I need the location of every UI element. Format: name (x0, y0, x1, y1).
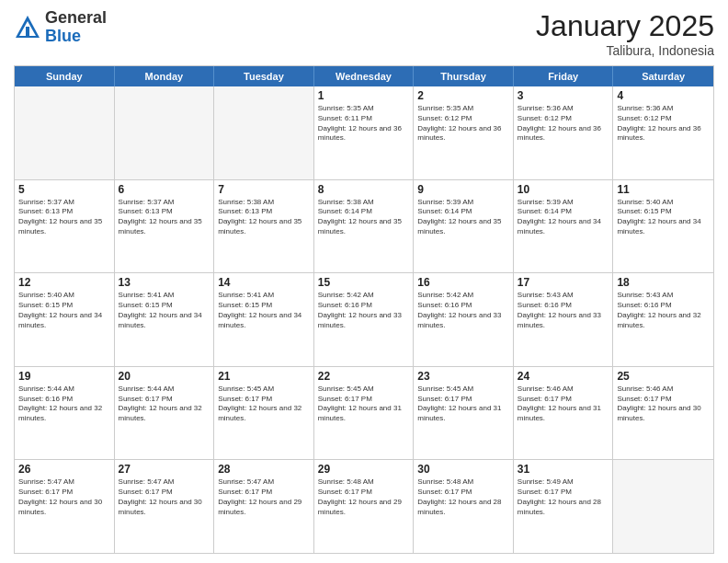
cell-text-1-0: Sunrise: 5:37 AM Sunset: 6:13 PM Dayligh… (18, 198, 110, 237)
title-block: January 2025 Talibura, Indonesia (536, 9, 714, 58)
header: General Blue January 2025 Talibura, Indo… (14, 9, 714, 58)
cal-cell-1-3: 8Sunrise: 5:38 AM Sunset: 6:14 PM Daylig… (314, 180, 415, 273)
cal-cell-3-4: 23Sunrise: 5:45 AM Sunset: 6:17 PM Dayli… (414, 367, 514, 460)
day-num-28: 28 (218, 463, 310, 476)
cell-text-2-6: Sunrise: 5:43 AM Sunset: 6:16 PM Dayligh… (617, 291, 710, 330)
day-num-10: 10 (518, 183, 609, 196)
cal-cell-0-0 (15, 86, 115, 179)
logo-general: General (45, 8, 107, 27)
cal-cell-3-6: 25Sunrise: 5:46 AM Sunset: 6:17 PM Dayli… (613, 367, 713, 460)
cell-text-3-1: Sunrise: 5:44 AM Sunset: 6:17 PM Dayligh… (119, 385, 210, 424)
cal-cell-1-6: 11Sunrise: 5:40 AM Sunset: 6:15 PM Dayli… (613, 180, 713, 273)
calendar: Sunday Monday Tuesday Wednesday Thursday… (14, 65, 714, 554)
cal-cell-1-1: 6Sunrise: 5:37 AM Sunset: 6:13 PM Daylig… (115, 180, 215, 273)
day-num-31: 31 (518, 463, 609, 476)
header-friday: Friday (514, 66, 614, 86)
cal-cell-3-0: 19Sunrise: 5:44 AM Sunset: 6:16 PM Dayli… (15, 367, 115, 460)
cal-cell-0-3: 1Sunrise: 5:35 AM Sunset: 6:11 PM Daylig… (314, 86, 415, 179)
cell-text-4-5: Sunrise: 5:49 AM Sunset: 6:17 PM Dayligh… (518, 477, 609, 517)
logo-blue: Blue (45, 27, 81, 45)
cal-cell-1-5: 10Sunrise: 5:39 AM Sunset: 6:14 PM Dayli… (514, 180, 614, 273)
cell-text-1-3: Sunrise: 5:38 AM Sunset: 6:14 PM Dayligh… (318, 198, 410, 237)
cal-cell-2-3: 15Sunrise: 5:42 AM Sunset: 6:16 PM Dayli… (314, 273, 415, 366)
cell-text-1-6: Sunrise: 5:40 AM Sunset: 6:15 PM Dayligh… (617, 198, 710, 237)
cal-cell-4-2: 28Sunrise: 5:47 AM Sunset: 6:17 PM Dayli… (214, 460, 314, 553)
day-num-25: 25 (617, 370, 710, 383)
day-num-8: 8 (318, 183, 410, 196)
calendar-header: Sunday Monday Tuesday Wednesday Thursday… (15, 66, 713, 86)
cal-cell-2-6: 18Sunrise: 5:43 AM Sunset: 6:16 PM Dayli… (613, 273, 713, 366)
cell-text-0-5: Sunrise: 5:36 AM Sunset: 6:12 PM Dayligh… (518, 104, 609, 144)
header-wednesday: Wednesday (314, 66, 415, 86)
day-num-4: 4 (617, 89, 710, 102)
day-num-24: 24 (518, 370, 609, 383)
day-num-29: 29 (318, 463, 410, 476)
cal-row-1: 5Sunrise: 5:37 AM Sunset: 6:13 PM Daylig… (15, 179, 713, 273)
day-num-23: 23 (417, 370, 509, 383)
cal-cell-3-3: 22Sunrise: 5:45 AM Sunset: 6:17 PM Dayli… (314, 367, 415, 460)
day-num-11: 11 (617, 183, 710, 196)
cell-text-3-4: Sunrise: 5:45 AM Sunset: 6:17 PM Dayligh… (417, 385, 509, 424)
header-monday: Monday (115, 66, 215, 86)
day-num-7: 7 (218, 183, 310, 196)
cell-text-2-0: Sunrise: 5:40 AM Sunset: 6:15 PM Dayligh… (18, 291, 110, 330)
cal-row-3: 19Sunrise: 5:44 AM Sunset: 6:16 PM Dayli… (15, 366, 713, 460)
cell-text-3-2: Sunrise: 5:45 AM Sunset: 6:17 PM Dayligh… (218, 385, 310, 424)
cell-text-1-4: Sunrise: 5:39 AM Sunset: 6:14 PM Dayligh… (417, 198, 509, 237)
day-num-16: 16 (417, 276, 509, 289)
cal-cell-3-5: 24Sunrise: 5:46 AM Sunset: 6:17 PM Dayli… (514, 367, 614, 460)
cell-text-4-4: Sunrise: 5:48 AM Sunset: 6:17 PM Dayligh… (417, 477, 509, 517)
cal-row-0: 1Sunrise: 5:35 AM Sunset: 6:11 PM Daylig… (15, 86, 713, 179)
cal-cell-2-5: 17Sunrise: 5:43 AM Sunset: 6:16 PM Dayli… (514, 273, 614, 366)
cell-text-3-3: Sunrise: 5:45 AM Sunset: 6:17 PM Dayligh… (318, 385, 410, 424)
cal-cell-0-1 (115, 86, 215, 179)
day-num-2: 2 (417, 89, 509, 102)
cell-text-3-5: Sunrise: 5:46 AM Sunset: 6:17 PM Dayligh… (518, 385, 609, 424)
cal-cell-0-4: 2Sunrise: 5:35 AM Sunset: 6:12 PM Daylig… (414, 86, 514, 179)
day-num-27: 27 (119, 463, 210, 476)
header-thursday: Thursday (414, 66, 514, 86)
cell-text-2-2: Sunrise: 5:41 AM Sunset: 6:15 PM Dayligh… (218, 291, 310, 330)
cal-cell-4-5: 31Sunrise: 5:49 AM Sunset: 6:17 PM Dayli… (514, 460, 614, 553)
header-saturday: Saturday (613, 66, 713, 86)
day-num-9: 9 (417, 183, 509, 196)
cal-cell-2-4: 16Sunrise: 5:42 AM Sunset: 6:16 PM Dayli… (414, 273, 514, 366)
cell-text-2-3: Sunrise: 5:42 AM Sunset: 6:16 PM Dayligh… (318, 291, 410, 330)
day-num-6: 6 (119, 183, 210, 196)
day-num-3: 3 (518, 89, 609, 102)
cell-text-1-2: Sunrise: 5:38 AM Sunset: 6:13 PM Dayligh… (218, 198, 310, 237)
cal-cell-0-5: 3Sunrise: 5:36 AM Sunset: 6:12 PM Daylig… (514, 86, 614, 179)
day-num-21: 21 (218, 370, 310, 383)
cell-text-4-2: Sunrise: 5:47 AM Sunset: 6:17 PM Dayligh… (218, 477, 310, 517)
cal-cell-4-3: 29Sunrise: 5:48 AM Sunset: 6:17 PM Dayli… (314, 460, 415, 553)
day-num-13: 13 (119, 276, 210, 289)
day-num-22: 22 (318, 370, 410, 383)
location-subtitle: Talibura, Indonesia (536, 43, 714, 58)
cell-text-4-1: Sunrise: 5:47 AM Sunset: 6:17 PM Dayligh… (119, 477, 210, 517)
cal-cell-3-1: 20Sunrise: 5:44 AM Sunset: 6:17 PM Dayli… (115, 367, 215, 460)
cal-cell-3-2: 21Sunrise: 5:45 AM Sunset: 6:17 PM Dayli… (214, 367, 314, 460)
day-num-26: 26 (18, 463, 110, 476)
cell-text-2-4: Sunrise: 5:42 AM Sunset: 6:16 PM Dayligh… (417, 291, 509, 330)
cal-cell-2-2: 14Sunrise: 5:41 AM Sunset: 6:15 PM Dayli… (214, 273, 314, 366)
cal-cell-4-1: 27Sunrise: 5:47 AM Sunset: 6:17 PM Dayli… (115, 460, 215, 553)
header-tuesday: Tuesday (214, 66, 314, 86)
cal-cell-2-1: 13Sunrise: 5:41 AM Sunset: 6:15 PM Dayli… (115, 273, 215, 366)
cell-text-1-5: Sunrise: 5:39 AM Sunset: 6:14 PM Dayligh… (518, 198, 609, 237)
cell-text-4-0: Sunrise: 5:47 AM Sunset: 6:17 PM Dayligh… (18, 477, 110, 517)
day-num-1: 1 (318, 89, 410, 102)
calendar-body: 1Sunrise: 5:35 AM Sunset: 6:11 PM Daylig… (15, 86, 713, 553)
cal-cell-4-6 (613, 460, 713, 553)
day-num-20: 20 (119, 370, 210, 383)
cell-text-0-4: Sunrise: 5:35 AM Sunset: 6:12 PM Dayligh… (417, 104, 509, 144)
cal-row-4: 26Sunrise: 5:47 AM Sunset: 6:17 PM Dayli… (15, 459, 713, 553)
cal-cell-1-2: 7Sunrise: 5:38 AM Sunset: 6:13 PM Daylig… (214, 180, 314, 273)
cal-cell-4-0: 26Sunrise: 5:47 AM Sunset: 6:17 PM Dayli… (15, 460, 115, 553)
cell-text-4-3: Sunrise: 5:48 AM Sunset: 6:17 PM Dayligh… (318, 477, 410, 517)
day-num-30: 30 (417, 463, 509, 476)
day-num-18: 18 (617, 276, 710, 289)
cal-row-2: 12Sunrise: 5:40 AM Sunset: 6:15 PM Dayli… (15, 272, 713, 366)
cell-text-0-6: Sunrise: 5:36 AM Sunset: 6:12 PM Dayligh… (617, 104, 710, 144)
cell-text-2-1: Sunrise: 5:41 AM Sunset: 6:15 PM Dayligh… (119, 291, 210, 330)
cal-cell-2-0: 12Sunrise: 5:40 AM Sunset: 6:15 PM Dayli… (15, 273, 115, 366)
